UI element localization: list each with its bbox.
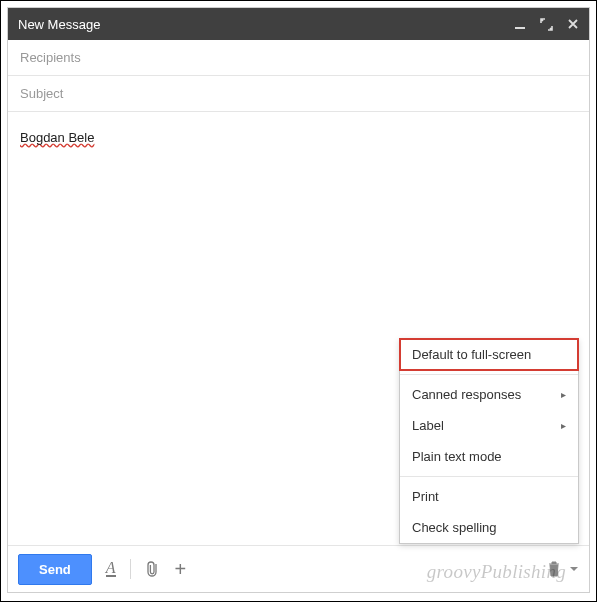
menu-label[interactable]: Label ▸	[400, 410, 578, 441]
header-fields: Recipients Subject	[8, 40, 589, 112]
menu-check-spelling[interactable]: Check spelling	[400, 512, 578, 543]
menu-separator	[400, 374, 578, 375]
trash-icon	[547, 561, 561, 577]
formatting-icon: A	[106, 561, 116, 577]
body-text: Bogdan Bele	[20, 130, 94, 145]
plus-icon: +	[175, 559, 187, 579]
highlighted-menu-item-frame: Default to full-screen	[400, 339, 578, 370]
menu-plain-text-mode[interactable]: Plain text mode	[400, 441, 578, 472]
send-button[interactable]: Send	[18, 554, 92, 585]
recipients-field[interactable]: Recipients	[8, 40, 589, 76]
menu-print[interactable]: Print	[400, 481, 578, 512]
full-screen-button[interactable]	[540, 18, 553, 31]
menu-canned-responses[interactable]: Canned responses ▸	[400, 379, 578, 410]
minimize-icon	[514, 18, 526, 30]
more-options-button[interactable]	[569, 563, 579, 575]
compose-window: New Message Recipients Subject Bogdan Be…	[7, 7, 590, 593]
attach-file-button[interactable]	[145, 560, 161, 578]
compose-toolbar: Send A +	[8, 545, 589, 592]
more-options-menu: Default to full-screen Canned responses …	[399, 338, 579, 544]
minimize-button[interactable]	[514, 18, 526, 30]
formatting-button[interactable]: A	[106, 561, 116, 577]
menu-item-label: Check spelling	[412, 520, 497, 535]
window-title: New Message	[18, 17, 500, 32]
expand-icon	[540, 18, 553, 31]
insert-more-button[interactable]: +	[175, 559, 187, 579]
chevron-down-icon	[569, 563, 579, 575]
submenu-arrow-icon: ▸	[561, 389, 566, 400]
toolbar-divider	[130, 559, 131, 579]
outer-frame: New Message Recipients Subject Bogdan Be…	[0, 0, 597, 602]
menu-item-label: Canned responses	[412, 387, 521, 402]
close-icon	[567, 18, 579, 30]
menu-item-label: Default to full-screen	[412, 347, 531, 362]
paperclip-icon	[145, 560, 161, 578]
submenu-arrow-icon: ▸	[561, 420, 566, 431]
menu-item-label: Label	[412, 418, 444, 433]
close-button[interactable]	[567, 18, 579, 30]
menu-default-full-screen[interactable]: Default to full-screen	[400, 339, 578, 370]
discard-draft-button[interactable]	[547, 561, 561, 577]
toolbar-right-group	[537, 561, 579, 577]
menu-item-label: Print	[412, 489, 439, 504]
menu-separator	[400, 476, 578, 477]
window-titlebar: New Message	[8, 8, 589, 40]
menu-item-label: Plain text mode	[412, 449, 502, 464]
svg-rect-0	[515, 27, 525, 29]
subject-field[interactable]: Subject	[8, 76, 589, 111]
